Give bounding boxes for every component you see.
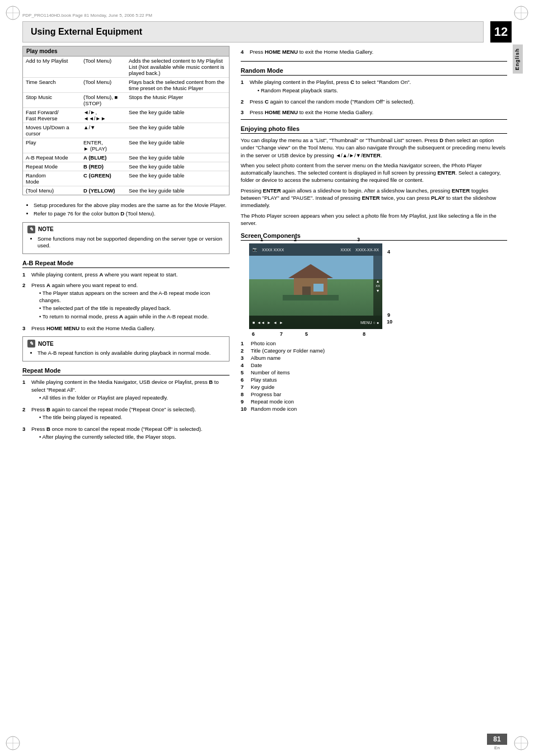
list-item: 1 While playing content in the Playlist,… — [241, 78, 507, 95]
table-row: (Tool Menu) D (YELLOW) See the key guide… — [23, 186, 229, 195]
repeat-mode-heading: Repeat Mode — [22, 367, 229, 375]
divider-2 — [241, 119, 507, 120]
play-modes-header: Play modes — [23, 46, 229, 57]
header-bar: PDP_PRO1140HD.book Page 81 Monday, June … — [22, 11, 512, 19]
callout-1: 1 — [260, 237, 263, 242]
ab-repeat-steps: 1 While playing content, press A where y… — [22, 271, 229, 332]
screen-components-area: 1 2 3 4 9 10 📷 XXXX XXXX XXXX — [241, 243, 507, 330]
callout-2: 2 — [294, 237, 297, 242]
corner-decoration-br — [513, 735, 530, 752]
note-box-2: ✎ NOTE The A-B repeat function is only a… — [22, 336, 229, 361]
svg-marker-13 — [288, 264, 333, 278]
right-column: 4 Press HOME MENU to exit the Home Media… — [241, 46, 507, 415]
callout-3: 3 — [357, 237, 360, 242]
table-row: RandomMode C (GREEN) See the key guide t… — [23, 171, 229, 186]
header-text: PDP_PRO1140HD.book Page 81 Monday, June … — [22, 13, 152, 18]
list-item: 2 Press C again to cancel the random mod… — [241, 98, 507, 105]
photo-screen: 📷 XXXX XXXX XXXX XXXX-XX-XX ▲ XX ▼ — [249, 243, 382, 329]
list-item: 7Key guide — [241, 384, 507, 390]
enjoying-photos-body2: When you select photo content from the s… — [241, 162, 507, 184]
table-row: Add to My Playlist (Tool Menu) Adds the … — [23, 57, 229, 78]
list-item: 1 While playing content in the Media Nav… — [22, 378, 229, 402]
page-number-section: 81 En — [487, 734, 507, 750]
callout-4: 4 — [387, 249, 390, 255]
table-row: Play ENTER,► (PLAY) See the key guide ta… — [23, 138, 229, 153]
list-item: 4Date — [241, 362, 507, 368]
screen-components-heading: Screen Components — [241, 232, 507, 241]
corner-decoration-bl — [4, 735, 21, 752]
left-column: Play modes Add to My Playlist (Tool Menu… — [22, 46, 229, 445]
table-row: Stop Music (Tool Menu), ■ (STOP) Stops t… — [23, 93, 229, 108]
enjoying-photos-body4: The Photo Player screen appears when you… — [241, 212, 507, 227]
list-item: 6Play status — [241, 377, 507, 383]
note-label-1: NOTE — [38, 226, 54, 232]
table-row: Time Search (Tool Menu) Plays back the s… — [23, 78, 229, 93]
ab-repeat-heading: A-B Repeat Mode — [22, 260, 229, 268]
callout-8: 8 — [363, 331, 366, 337]
random-mode-heading: Random Mode — [241, 67, 507, 76]
table-row: A-B Repeat Mode A (BLUE) See the key gui… — [23, 153, 229, 162]
list-item: 3 Press B once more to cancel the repeat… — [22, 425, 229, 442]
corner-decoration-tr — [513, 4, 530, 21]
note-box-1: ✎ NOTE Some functions may not be support… — [22, 222, 229, 255]
list-item: 8Progress bar — [241, 391, 507, 397]
note-icon-1: ✎ — [27, 226, 35, 233]
note-label-2: NOTE — [38, 341, 54, 347]
enjoying-photos-heading: Enjoying photo files — [241, 125, 507, 134]
list-item: 9Repeat mode icon — [241, 398, 507, 405]
play-modes-table: Add to My Playlist (Tool Menu) Adds the … — [23, 57, 229, 195]
enjoying-photos-body3: Pressing ENTER again allows a slideshow … — [241, 187, 507, 209]
list-item: 2Title (Category or Folder name) — [241, 348, 507, 354]
table-row: Fast Forward/Fast Reverse ◄/►,◄◄/►► See … — [23, 108, 229, 123]
page-number-badge: 81 — [487, 734, 507, 745]
list-item: 1 While playing content, press A where y… — [22, 271, 229, 278]
list-item: 4 Press HOME MENU to exit the Home Media… — [241, 48, 507, 55]
page-en: En — [494, 745, 500, 750]
list-item: 3 Press HOME MENU to exit the Home Media… — [241, 109, 507, 116]
callout-6: 6 — [252, 331, 255, 337]
callout-10: 10 — [387, 319, 392, 325]
chapter-badge: 12 — [490, 21, 512, 43]
callout-5: 5 — [305, 331, 308, 337]
random-mode-steps: 1 While playing content in the Playlist,… — [241, 78, 507, 116]
repeat-mode-steps: 1 While playing content in the Media Nav… — [22, 378, 229, 442]
table-row: Repeat Mode B (RED) See the key guide ta… — [23, 162, 229, 171]
main-content: Play modes Add to My Playlist (Tool Menu… — [22, 46, 507, 734]
svg-rect-16 — [283, 295, 339, 300]
components-list: 1Photo icon 2Title (Category or Folder n… — [241, 340, 507, 412]
language-sidebar: English — [513, 45, 523, 74]
list-item: 2 Press B again to cancel the repeat mod… — [22, 406, 229, 422]
callout-7: 7 — [280, 331, 283, 337]
divider — [241, 61, 507, 62]
list-item: 3Album name — [241, 355, 507, 361]
list-item: 10Random mode icon — [241, 406, 507, 412]
list-item: 1Photo icon — [241, 340, 507, 346]
table-row: Moves Up/Down a cursor ▲/▼ See the key g… — [23, 123, 229, 138]
page-title: Using External Equipment — [31, 27, 142, 37]
callout-9: 9 — [387, 312, 390, 318]
svg-rect-15 — [313, 284, 324, 292]
list-item: 5Number of items — [241, 369, 507, 375]
list-item: 3 Press HOME MENU to exit the Home Media… — [22, 325, 229, 332]
page-title-section: Using External Equipment — [22, 21, 484, 43]
corner-decoration-tl — [4, 4, 21, 21]
list-item: 2 Press A again where you want repeat to… — [22, 281, 229, 322]
note-icon-2: ✎ — [27, 340, 35, 348]
step4-right: 4 Press HOME MENU to exit the Home Media… — [241, 48, 507, 55]
screen-image-wrapper: 1 2 3 4 9 10 📷 XXXX XXXX XXXX — [249, 243, 382, 329]
play-modes-section: Play modes Add to My Playlist (Tool Menu… — [22, 46, 229, 195]
setup-bullets: Setup procedures for the above play mode… — [28, 202, 229, 218]
enjoying-photos-body1: You can display the menu as a "List", "T… — [241, 137, 507, 159]
